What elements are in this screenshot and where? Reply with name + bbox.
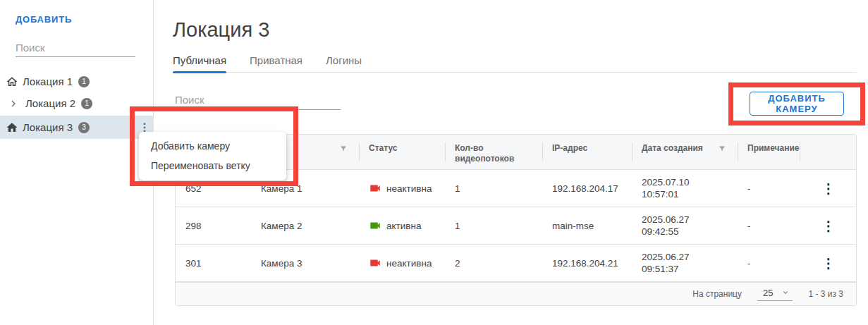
camera-count-badge: 3: [78, 122, 90, 133]
cell-name: Камера 2: [251, 221, 359, 231]
cell-name: Камера 3: [251, 258, 359, 269]
home-filled-icon: [6, 121, 18, 134]
filter-icon[interactable]: [339, 145, 348, 153]
row-menu-kebab-icon[interactable]: ⋮: [800, 180, 857, 197]
location-context-menu: Добавить камеру Переименовать ветку: [139, 132, 286, 180]
cell-ip: 192.168.204.21: [542, 258, 632, 269]
tab-logins[interactable]: Логины: [326, 54, 362, 72]
cell-name: Камера 1: [251, 183, 359, 194]
per-page-select[interactable]: 25: [757, 288, 793, 301]
pagination-range-label: 1 - 3 из 3: [808, 289, 843, 299]
add-camera-button[interactable]: ДОБАВИТЬ КАМЕРУ: [750, 92, 844, 116]
cell-streams: 1: [445, 221, 542, 231]
cell-status: активна: [359, 219, 445, 232]
location-label: Локация 2: [25, 97, 75, 109]
table-row-camera-2[interactable]: 298 Камера 2 активна 1 main-mse 2025.06.…: [176, 207, 856, 245]
videocam-icon: [369, 182, 381, 195]
camera-count-badge: 1: [78, 76, 90, 87]
table-pagination: На страницу 25 1 - 3 из 3: [176, 282, 856, 305]
tab-bar: Публичная Приватная Логины: [173, 54, 857, 73]
chevron-down-icon: [781, 288, 790, 297]
cell-id: 298: [176, 221, 251, 231]
camera-count-badge: 1: [81, 98, 92, 109]
tab-private[interactable]: Приватная: [250, 54, 302, 72]
row-menu-kebab-icon[interactable]: ⋮: [800, 255, 857, 271]
row-menu-kebab-icon[interactable]: ⋮: [800, 218, 857, 234]
chevron-right-icon: [7, 97, 20, 110]
menu-item-rename-branch[interactable]: Переименовать ветку: [139, 156, 286, 176]
cell-id: 652: [176, 183, 251, 194]
cell-streams: 2: [445, 258, 542, 269]
location-label: Локация 3: [23, 121, 73, 133]
add-location-button[interactable]: ДОБАВИТЬ: [16, 14, 72, 25]
column-header-streams: Кол-во видеопотоков: [445, 135, 542, 169]
column-header-status: Статус: [359, 135, 445, 169]
camera-search-input[interactable]: [175, 90, 341, 110]
sidebar-item-location-1[interactable]: Локация 1 1: [0, 70, 154, 92]
cell-note: -: [738, 183, 800, 194]
cell-id: 301: [176, 258, 251, 269]
videocam-icon: [369, 219, 381, 232]
cell-ip: 192.168.204.17: [542, 183, 632, 194]
cell-status: неактивна: [359, 257, 445, 269]
column-header-ip: IP-адрес: [542, 135, 632, 169]
location-label: Локация 1: [23, 75, 73, 87]
cell-created: 2025.06.27 09:42:55: [632, 214, 738, 238]
cell-note: -: [738, 258, 800, 269]
cell-created: 2025.06.27 09:51:37: [632, 251, 738, 275]
sidebar: ДОБАВИТЬ Локация 1 1 Локация 2 1 Локация…: [0, 0, 154, 325]
sidebar-item-location-3[interactable]: Локация 3 3 ⋮: [0, 116, 154, 139]
cell-note: -: [738, 221, 800, 231]
column-header-created: Дата создания: [632, 135, 738, 169]
location-tree: Локация 1 1 Локация 2 1 Локация 3 3 ⋮: [0, 70, 154, 139]
videocam-icon: [369, 257, 381, 269]
column-header-actions: [800, 135, 857, 169]
table-row-camera-3[interactable]: 301 Камера 3 неактивна 2 192.168.204.21 …: [176, 245, 856, 282]
sidebar-item-location-2[interactable]: Локация 2 1: [0, 92, 154, 114]
sidebar-search-input[interactable]: [16, 38, 135, 57]
menu-item-add-camera[interactable]: Добавить камеру: [139, 136, 286, 156]
per-page-label: На страницу: [692, 289, 742, 299]
cell-ip: main-mse: [542, 221, 632, 231]
cell-status: неактивна: [359, 182, 445, 195]
home-outline-icon: [6, 75, 18, 88]
page-title: Локация 3: [173, 18, 269, 42]
cell-streams: 1: [445, 183, 542, 194]
filter-icon[interactable]: [718, 145, 726, 153]
tab-public[interactable]: Публичная: [173, 54, 226, 72]
cell-created: 2025.07.10 10:57:01: [632, 176, 738, 200]
column-header-note: Примечание: [738, 135, 800, 169]
